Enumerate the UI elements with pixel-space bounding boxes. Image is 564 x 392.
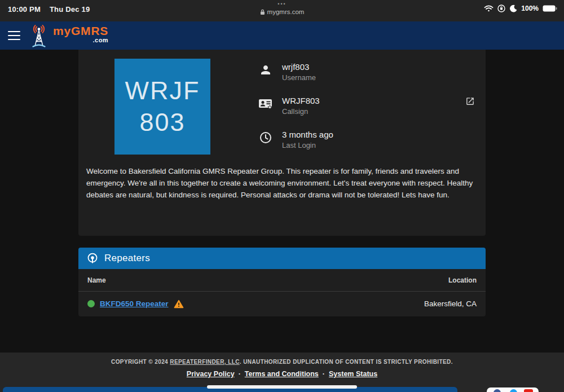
moon-icon bbox=[509, 5, 517, 12]
profile-description: Welcome to Bakersfield California GMRS R… bbox=[86, 165, 478, 201]
battery-percent: 100% bbox=[521, 5, 539, 12]
brand-suffix: .com bbox=[92, 37, 108, 43]
repeaters-header: Repeaters bbox=[78, 248, 486, 269]
privacy-policy-link[interactable]: Privacy Policy bbox=[187, 370, 235, 378]
avatar-callsign-line1: WRJF bbox=[125, 75, 200, 107]
system-status-link[interactable]: System Status bbox=[329, 370, 377, 378]
repeaterfinder-link[interactable]: REPEATERFINDER, LLC bbox=[170, 359, 240, 365]
warning-icon bbox=[174, 299, 184, 309]
battery-icon bbox=[543, 5, 557, 12]
brand-logo[interactable]: myGMRS .com bbox=[27, 23, 108, 49]
clock-icon bbox=[258, 131, 273, 144]
repeaters-card: Repeaters Name Location BKFD650 Repeater… bbox=[78, 248, 486, 316]
column-location: Location bbox=[448, 276, 477, 284]
navbar: myGMRS .com bbox=[0, 21, 564, 50]
status-bar: 10:00 PM Thu Dec 19 ••• mygmrs.com bbox=[0, 0, 564, 21]
column-name: Name bbox=[87, 276, 106, 284]
copyright-line: COPYRIGHT © 2024 REPEATERFINDER, LLC. UN… bbox=[0, 359, 564, 365]
home-indicator[interactable] bbox=[207, 385, 357, 389]
last-login-value: 3 months ago bbox=[282, 130, 333, 140]
repeaters-title: Repeaters bbox=[104, 253, 150, 264]
social-tray bbox=[487, 387, 539, 392]
menu-button[interactable] bbox=[8, 31, 20, 41]
profile-field-last-login: 3 months ago Last Login bbox=[258, 130, 333, 150]
external-link-icon[interactable] bbox=[465, 96, 475, 106]
repeater-link[interactable]: BKFD650 Repeater bbox=[100, 299, 169, 308]
repeaters-table-header: Name Location bbox=[78, 269, 486, 292]
callsign-value: WRJF803 bbox=[282, 96, 320, 106]
username-value: wrjf803 bbox=[282, 62, 316, 72]
callsign-label: Callsign bbox=[282, 107, 320, 116]
terms-link[interactable]: Terms and Conditions bbox=[245, 370, 319, 378]
profile-field-callsign: WRJF803 Callsign bbox=[258, 96, 320, 116]
copyright-suffix: . UNAUTHORIZED DUPLICATION OF CONTENT IS… bbox=[240, 359, 453, 365]
profile-field-username: wrjf803 Username bbox=[258, 62, 316, 82]
avatar: WRJF 803 bbox=[114, 59, 210, 155]
tab-overflow-dots[interactable]: ••• bbox=[0, 1, 564, 7]
copyright-prefix: COPYRIGHT © 2024 bbox=[111, 359, 170, 365]
youtube-icon[interactable] bbox=[524, 389, 533, 392]
lock-icon bbox=[260, 9, 265, 15]
address-bar[interactable]: mygmrs.com bbox=[0, 8, 564, 15]
address-bar-url: mygmrs.com bbox=[267, 8, 305, 15]
repeater-location: Bakersfield, CA bbox=[424, 299, 477, 308]
rotation-lock-icon bbox=[497, 5, 505, 12]
link-separator: · bbox=[239, 370, 241, 378]
person-icon bbox=[258, 63, 273, 77]
link-separator: · bbox=[323, 370, 325, 378]
twitter-icon[interactable] bbox=[510, 389, 517, 392]
last-login-label: Last Login bbox=[282, 140, 333, 150]
footer-links: Privacy Policy · Terms and Conditions · … bbox=[0, 370, 564, 378]
brand-name: myGMRS bbox=[53, 25, 108, 37]
avatar-callsign-line2: 803 bbox=[139, 107, 185, 138]
username-label: Username bbox=[282, 73, 316, 82]
antenna-icon bbox=[27, 23, 51, 49]
contact-card-icon bbox=[258, 97, 273, 111]
wifi-icon bbox=[484, 5, 493, 12]
profile-card: WRJF 803 wrjf803 Username WRJF803 Callsi… bbox=[78, 50, 486, 236]
status-online-dot bbox=[87, 300, 95, 307]
table-row: BKFD650 Repeater Bakersfield, CA bbox=[78, 292, 486, 316]
facebook-icon[interactable] bbox=[493, 389, 501, 392]
broadcast-icon bbox=[86, 252, 99, 265]
